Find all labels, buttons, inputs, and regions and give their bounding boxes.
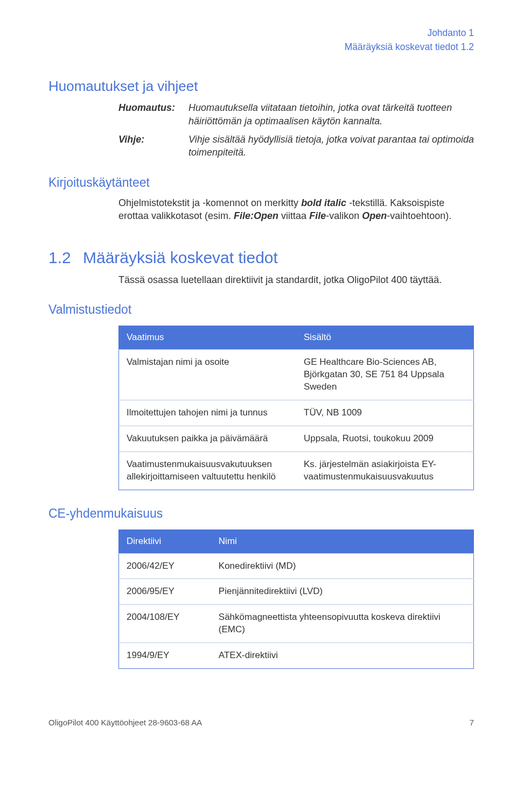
text-fragment: -vaihtoehtoon). xyxy=(387,210,451,221)
section-title-manufacturing: Valmistustiedot xyxy=(48,301,474,318)
table-row: 1994/9/EY ATEX-direktiivi xyxy=(119,643,474,669)
text-bold-italic: File xyxy=(309,210,326,221)
table-cell: Konedirektiivi (MD) xyxy=(211,553,474,579)
section-title-text: Määräyksiä koskevat tiedot xyxy=(83,249,278,266)
ce-table: Direktiivi Nimi 2006/42/EY Konedirektiiv… xyxy=(118,529,474,669)
table-cell: Uppsala, Ruotsi, toukokuu 2009 xyxy=(296,426,474,451)
footer-doc-id: OligoPilot 400 Käyttöohjeet 28-9603-68 A… xyxy=(48,717,202,728)
table-header: Direktiivi xyxy=(119,529,211,553)
table-cell: Valmistajan nimi ja osoite xyxy=(119,349,297,400)
text-bold-italic: File:Open xyxy=(234,210,278,221)
typography-paragraph: Ohjelmistotekstit ja -komennot on merkit… xyxy=(118,196,474,223)
section-1-2-intro: Tässä osassa luetellaan direktiivit ja s… xyxy=(118,273,474,286)
table-cell: Ks. järjestelmän asiakirjoista EY-vaatim… xyxy=(296,451,474,490)
definition-text: Huomautuksella viitataan tietoihin, jotk… xyxy=(188,101,474,128)
section-number: 1.2 xyxy=(48,247,83,269)
ce-table-wrap: Direktiivi Nimi 2006/42/EY Konedirektiiv… xyxy=(118,529,474,669)
section-title-ce: CE‑yhdenmukaisuus xyxy=(48,505,474,522)
table-cell: TÜV, NB 1009 xyxy=(296,400,474,426)
text-bold-italic: Open xyxy=(362,210,387,221)
table-cell: 1994/9/EY xyxy=(119,643,211,669)
text-fragment: viittaa xyxy=(278,210,309,221)
table-row: Valmistajan nimi ja osoite GE Healthcare… xyxy=(119,349,474,400)
table-header: Nimi xyxy=(211,529,474,553)
text-fragment: Ohjelmistotekstit ja -komennot on merkit… xyxy=(118,197,301,208)
definition-row: Vihje: Vihje sisältää hyödyllisiä tietoj… xyxy=(118,133,474,159)
footer-page-number: 7 xyxy=(470,717,474,728)
definition-label: Huomautus: xyxy=(118,101,188,128)
table-row: 2006/95/EY Pienjännitedirektiivi (LVD) xyxy=(119,579,474,605)
table-cell: GE Healthcare Bio-Sciences AB, Björkgata… xyxy=(296,349,474,400)
table-cell: Pienjännitedirektiivi (LVD) xyxy=(211,579,474,605)
page-footer: OligoPilot 400 Käyttöohjeet 28-9603-68 A… xyxy=(48,717,474,728)
section-1-2-heading: 1.2Määräyksiä koskevat tiedot xyxy=(48,247,474,269)
table-row: Vakuutuksen paikka ja päivämäärä Uppsala… xyxy=(119,426,474,451)
section-title-notes: Huomautukset ja vihjeet xyxy=(48,77,474,96)
manufacturing-table: Vaatimus Sisältö Valmistajan nimi ja oso… xyxy=(118,326,474,490)
table-row: 2004/108/EY Sähkömagneettista yhteensopi… xyxy=(119,605,474,643)
definition-row: Huomautus: Huomautuksella viitataan tiet… xyxy=(118,101,474,128)
table-cell: Ilmoitettujen tahojen nimi ja tunnus xyxy=(119,400,297,426)
definition-label: Vihje: xyxy=(118,133,188,159)
table-cell: Sähkömagneettista yhteensopivuutta koske… xyxy=(211,605,474,643)
header-line-1: Johdanto 1 xyxy=(48,27,474,40)
definition-text: Vihje sisältää hyödyllisiä tietoja, jotk… xyxy=(188,133,474,159)
table-cell: 2006/95/EY xyxy=(119,579,211,605)
table-header: Vaatimus xyxy=(119,326,297,350)
text-fragment: -valikon xyxy=(326,210,362,221)
table-header: Sisältö xyxy=(296,326,474,350)
manufacturing-table-wrap: Vaatimus Sisältö Valmistajan nimi ja oso… xyxy=(118,326,474,490)
header-line-2: Määräyksiä koskevat tiedot 1.2 xyxy=(48,41,474,54)
table-cell: 2004/108/EY xyxy=(119,605,211,643)
table-cell: Vakuutuksen paikka ja päivämäärä xyxy=(119,426,297,451)
text-bold-italic: bold italic xyxy=(301,197,346,208)
running-header: Johdanto 1 Määräyksiä koskevat tiedot 1.… xyxy=(48,27,474,53)
table-cell: Vaatimustenmukaisuusvakutuuksen allekirj… xyxy=(119,451,297,490)
table-cell: 2006/42/EY xyxy=(119,553,211,579)
table-row: Ilmoitettujen tahojen nimi ja tunnus TÜV… xyxy=(119,400,474,426)
table-row: 2006/42/EY Konedirektiivi (MD) xyxy=(119,553,474,579)
table-cell: ATEX-direktiivi xyxy=(211,643,474,669)
table-row: Vaatimustenmukaisuusvakutuuksen allekirj… xyxy=(119,451,474,490)
section-title-typography: Kirjoituskäytänteet xyxy=(48,174,474,191)
